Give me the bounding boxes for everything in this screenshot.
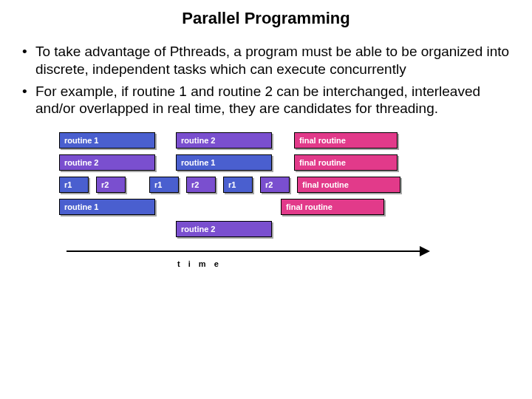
bullet-list: To take advantage of Pthreads, a program… <box>15 43 517 117</box>
routine-block: routine 1 <box>59 199 155 215</box>
arrow-icon <box>420 246 430 256</box>
routine-block: final routine <box>294 132 398 149</box>
routine-block: routine 1 <box>59 132 155 149</box>
routine-block: r1 <box>59 177 89 193</box>
diagram-row: routine 1 routine 2 final routine <box>59 131 443 153</box>
bullet-item: To take advantage of Pthreads, a program… <box>35 43 517 78</box>
routine-block: routine 2 <box>176 221 272 237</box>
diagram-row: r1 r2 r1 r2 r1 r2 final routine <box>59 175 443 197</box>
routine-block: r2 <box>186 177 216 193</box>
diagram-row: routine 2 routine 1 final routine <box>59 153 443 175</box>
bullet-item: For example, if routine 1 and routine 2 … <box>35 83 517 118</box>
routine-block: final routine <box>297 177 400 193</box>
routine-block: routine 2 <box>59 154 155 171</box>
routine-block: routine 1 <box>176 154 272 171</box>
page-title: Parallel Programming <box>15 9 517 28</box>
arrow-line <box>66 250 421 252</box>
diagram-row: routine 1 final routine <box>59 197 443 219</box>
diagram-row: routine 2 <box>59 219 443 242</box>
threading-diagram: routine 1 routine 2 final routine routin… <box>59 131 443 273</box>
routine-block: r2 <box>96 177 126 193</box>
routine-block: r1 <box>223 177 253 193</box>
routine-block: final routine <box>294 154 398 171</box>
routine-block: r2 <box>260 177 290 193</box>
time-label: t i m e <box>177 259 222 268</box>
routine-block: r1 <box>149 177 179 193</box>
time-axis: t i m e <box>59 248 443 273</box>
routine-block: final routine <box>281 199 384 215</box>
routine-block: routine 2 <box>176 132 272 149</box>
